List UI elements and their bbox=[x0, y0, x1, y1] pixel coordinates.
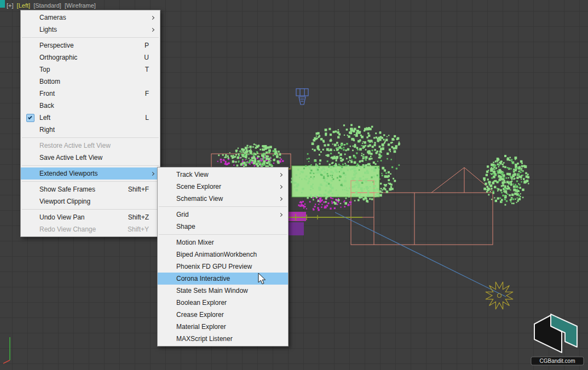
menu-item-motion-mixer[interactable]: Motion Mixer bbox=[158, 236, 288, 248]
menu-item-label: Lights bbox=[39, 26, 140, 33]
menu-item-orthographic[interactable]: OrthographicU bbox=[21, 51, 160, 63]
menu-item-label: Motion Mixer bbox=[176, 239, 268, 246]
menu-item-back[interactable]: Back bbox=[21, 100, 160, 112]
menu-item-label: Orthographic bbox=[39, 54, 135, 61]
menu-item-shortcut: Shift+Y bbox=[128, 226, 149, 233]
menu-item-label: Cameras bbox=[39, 14, 140, 21]
logo-text: CGBandit.com bbox=[539, 358, 575, 364]
menu-item-show-safe-frames[interactable]: Show Safe FramesShift+F bbox=[21, 183, 160, 195]
menu-item-right[interactable]: Right bbox=[21, 124, 160, 136]
menu-item-label: Crease Explorer bbox=[176, 311, 268, 319]
viewport[interactable]: [+] [Left] [Standard] [Wireframe] CGBand… bbox=[0, 0, 588, 370]
viewport-style-menu[interactable]: [Standard] bbox=[33, 2, 61, 9]
menu-item-state-sets-main-window[interactable]: State Sets Main Window bbox=[158, 285, 288, 297]
menu-item-label: Back bbox=[39, 102, 140, 109]
menu-item-phoenix-fd-gpu-preview[interactable]: Phoenix FD GPU Preview bbox=[158, 261, 288, 273]
menu-item-scene-explorer[interactable]: Scene Explorer bbox=[158, 181, 288, 193]
submenu-arrow-icon bbox=[277, 174, 285, 176]
menu-item-viewport-clipping[interactable]: Viewport Clipping bbox=[21, 195, 160, 207]
submenu-arrow-icon bbox=[149, 28, 157, 31]
extended-viewports-submenu: Track ViewScene ExplorerSchematic ViewGr… bbox=[157, 167, 289, 346]
menu-item-cameras[interactable]: Cameras bbox=[21, 11, 160, 24]
menu-item-label: Biped AnimationWorkbench bbox=[176, 251, 268, 258]
menu-item-label: Restore Active Left View bbox=[39, 142, 140, 149]
menu-item-label: Top bbox=[39, 66, 136, 73]
menu-separator bbox=[22, 137, 159, 138]
menu-separator bbox=[22, 181, 159, 182]
corner-chip bbox=[0, 0, 5, 8]
menu-item-shortcut: T bbox=[145, 66, 149, 73]
submenu-arrow-icon bbox=[277, 186, 285, 188]
menu-separator bbox=[22, 37, 159, 38]
menu-separator bbox=[159, 234, 287, 235]
axis-tripod bbox=[1, 332, 31, 368]
viewport-shading-menu[interactable]: [Wireframe] bbox=[65, 2, 96, 9]
menu-item-label: Undo View Pan bbox=[39, 213, 119, 221]
menu-item-label: Scene Explorer bbox=[176, 183, 268, 190]
menu-item-schematic-view[interactable]: Schematic View bbox=[158, 193, 288, 205]
submenu-arrow-icon bbox=[149, 172, 157, 175]
menu-item-label: Bottom bbox=[39, 78, 140, 85]
menu-item-shortcut: Shift+F bbox=[128, 186, 149, 193]
menu-item-grid[interactable]: Grid bbox=[158, 209, 288, 221]
menu-item-boolean-explorer[interactable]: Boolean Explorer bbox=[158, 297, 288, 309]
checkmark-icon bbox=[21, 114, 39, 122]
menu-item-label: State Sets Main Window bbox=[176, 287, 268, 294]
menu-item-label: Schematic View bbox=[176, 195, 268, 203]
menu-item-label: Viewport Clipping bbox=[39, 198, 140, 205]
menu-item-shortcut: L bbox=[145, 114, 149, 122]
menu-item-label: Perspective bbox=[39, 42, 136, 49]
menu-item-label: Shape bbox=[176, 223, 268, 230]
menu-separator bbox=[22, 165, 159, 166]
menu-item-shape[interactable]: Shape bbox=[158, 221, 288, 233]
menu-item-label: Front bbox=[39, 90, 136, 97]
menu-item-top[interactable]: TopT bbox=[21, 63, 160, 76]
menu-item-redo-view-change: Redo View ChangeShift+Y bbox=[21, 223, 160, 235]
menu-item-material-explorer[interactable]: Material Explorer bbox=[158, 321, 288, 333]
menu-item-label: Grid bbox=[176, 211, 268, 218]
menu-item-restore-active-left-view: Restore Active Left View bbox=[21, 140, 160, 152]
menu-item-maxscript-listener[interactable]: MAXScript Listener bbox=[158, 333, 288, 345]
menu-item-track-view[interactable]: Track View bbox=[158, 169, 288, 181]
menu-item-shortcut: Shift+Z bbox=[128, 213, 149, 221]
menu-item-label: MAXScript Listener bbox=[176, 335, 268, 343]
menu-item-label: Extended Viewports bbox=[39, 170, 140, 177]
menu-item-crease-explorer[interactable]: Crease Explorer bbox=[158, 309, 288, 321]
menu-item-corona-interactive[interactable]: Corona Interactive bbox=[158, 273, 288, 285]
menu-item-left[interactable]: LeftL bbox=[21, 112, 160, 124]
menu-separator bbox=[22, 209, 159, 210]
menu-item-label: Save Active Left View bbox=[39, 154, 140, 161]
menu-item-label: Redo View Change bbox=[39, 226, 119, 233]
menu-item-lights[interactable]: Lights bbox=[21, 24, 160, 36]
menu-item-perspective[interactable]: PerspectiveP bbox=[21, 39, 160, 51]
menu-item-front[interactable]: FrontF bbox=[21, 88, 160, 100]
cgbandit-logo: CGBandit.com bbox=[523, 312, 587, 368]
menu-item-label: Show Safe Frames bbox=[39, 186, 119, 193]
menu-separator bbox=[159, 206, 287, 207]
menu-item-label: Left bbox=[39, 114, 136, 122]
menu-item-save-active-left-view[interactable]: Save Active Left View bbox=[21, 152, 160, 164]
menu-item-shortcut: P bbox=[145, 42, 149, 49]
submenu-arrow-icon bbox=[277, 198, 285, 200]
menu-item-undo-view-pan[interactable]: Undo View PanShift+Z bbox=[21, 211, 160, 223]
submenu-arrow-icon bbox=[277, 213, 285, 216]
menu-item-label: Right bbox=[39, 126, 140, 134]
menu-item-shortcut: U bbox=[144, 54, 149, 61]
menu-item-label: Boolean Explorer bbox=[176, 299, 268, 307]
menu-item-label: Material Explorer bbox=[176, 323, 268, 331]
axis-x bbox=[3, 360, 10, 363]
menu-item-label: Corona Interactive bbox=[176, 275, 268, 282]
menu-item-extended-viewports[interactable]: Extended Viewports bbox=[21, 167, 160, 180]
menu-item-shortcut: F bbox=[145, 90, 149, 97]
menu-item-biped-animationworkbench[interactable]: Biped AnimationWorkbench bbox=[158, 248, 288, 261]
menu-item-label: Track View bbox=[176, 171, 268, 178]
check-icon bbox=[26, 114, 34, 122]
menu-item-label: Phoenix FD GPU Preview bbox=[176, 263, 268, 270]
submenu-arrow-icon bbox=[149, 16, 157, 19]
menu-item-bottom[interactable]: Bottom bbox=[21, 76, 160, 88]
mouse-cursor bbox=[257, 273, 267, 286]
viewport-pov-menu[interactable]: [Left] bbox=[17, 2, 30, 9]
viewport-context-menu: CamerasLightsPerspectivePOrthographicUTo… bbox=[20, 10, 160, 237]
viewport-label-bar: [+] [Left] [Standard] [Wireframe] bbox=[7, 2, 97, 9]
viewport-general-menu[interactable]: [+] bbox=[7, 2, 14, 9]
